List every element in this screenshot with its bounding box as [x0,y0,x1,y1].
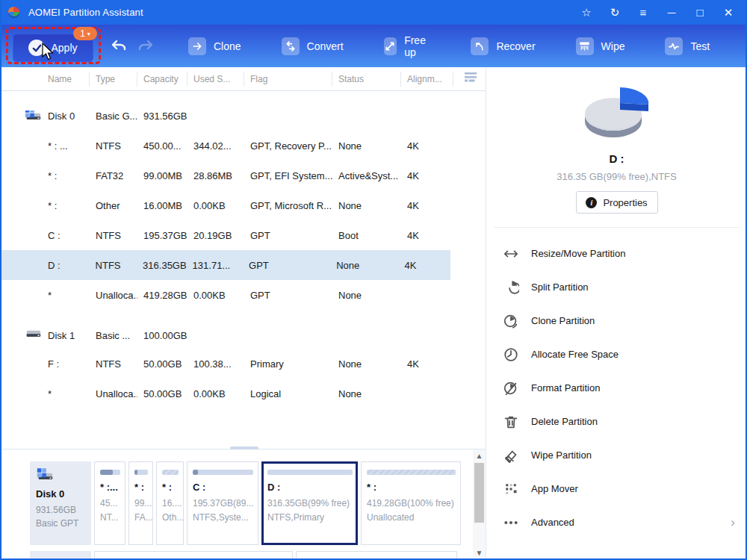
partition-row[interactable]: * Unalloca... 50.00GB 0.00KB Logical Non… [1,379,486,408]
partition-block-name: * : [367,482,456,493]
cell-used-space: 0.00KB [187,200,244,211]
clone-arrow-icon [188,37,206,55]
wipe-button[interactable]: Wipe [567,31,634,61]
partition-row[interactable]: * : Other 16.00MB 0.00KB GPT, Microsoft … [1,190,486,220]
disk-row[interactable]: Disk 1 Basic ... 100.00GB [1,310,486,349]
cell-alignment [401,341,453,349]
selected-partition-name: D : [486,152,747,165]
disk-map-partition-block[interactable]: * :... 45... NT... [94,461,125,545]
action-label: Wipe Partition [531,449,592,461]
cell-type: Unalloca... [90,290,137,301]
table-body: Disk 0 Basic G... 931.56GB * : ... NTFS … [1,91,486,408]
partition-row[interactable]: F : NTFS 50.00GB 100.38... Primary None … [1,349,486,379]
action-label: Delete Partition [531,416,598,427]
cell-status: None [332,290,401,301]
cell-status: None [330,260,398,271]
cell-name: Disk 0 [1,111,90,122]
recover-button[interactable]: Recover [462,31,544,61]
disk-map-partition-block[interactable]: F : 50.00GB(100% free) NTFS,Primary [94,551,293,559]
trash-icon [503,414,519,430]
titlebar: AOMEI Partition Assistant ☆↻≡─□✕ [0,0,747,25]
apply-pending-badge[interactable]: 1 ▾ [73,27,97,40]
minimize-button[interactable]: ─ [657,2,686,23]
action-label: Split Partition [531,281,589,293]
star-icon: ☆ [581,6,591,19]
split-partition-icon [503,279,519,296]
properties-button[interactable]: i Properties [576,191,658,214]
cell-alignment: 4K [401,140,453,152]
col-header-flag[interactable]: Flag [244,72,332,87]
cell-alignment: 4K [401,170,453,181]
disk-map-disk-name: Disk 0 [36,488,91,500]
menu-button[interactable]: ≡ [629,2,657,23]
scroll-up-icon[interactable]: ▲ [473,449,486,461]
convert-button[interactable]: Convert [273,31,353,61]
action-advanced[interactable]: Advanced › [486,505,747,539]
disk-map-disk-style: Basic GPT [36,517,91,530]
partition-pie-chart [571,84,663,146]
disk-map-disk-block[interactable]: Disk 0 931.56GB Basic GPT [30,461,91,545]
cell-status: None [332,388,401,399]
action-app-mover[interactable]: App Mover [486,472,747,505]
disk-map-partition-block[interactable]: C : 195.37GB(89... NTFS,Syste... [187,461,258,545]
close-button[interactable]: ✕ [714,2,743,23]
undo-button[interactable] [111,40,127,53]
partition-block-name: * :... [100,482,120,493]
redo-button[interactable] [137,40,154,53]
action-label: App Mover [531,483,578,494]
col-header-status[interactable]: Status [332,72,401,87]
disk-map-partition-block[interactable]: * : 50.00GB(100% free) Unallocated [296,551,457,559]
cell-capacity: 419.28GB [137,290,187,301]
test-button[interactable]: Test [656,31,719,61]
partition-usage-bar [134,470,148,475]
cell-status: Active&Syst... [332,170,401,181]
partition-block-fs: FA... [134,511,148,525]
clone-button[interactable]: Clone [179,31,250,61]
col-header-used[interactable]: Used S... [187,72,244,87]
partition-row[interactable]: * : ... NTFS 450.00... 344.02... GPT, Re… [1,131,486,161]
action-delete-partition[interactable]: Delete Partition [486,405,747,438]
disk-map-partition-block[interactable]: * : 99.... FA... [128,461,153,545]
action-format-partition[interactable]: Format Partition [486,371,747,405]
cell-status: None [332,358,401,370]
col-header-capacity[interactable]: Capacity [137,72,187,87]
clone-partition-icon [503,313,519,329]
partition-row[interactable]: * : FAT32 99.00MB 28.86MB GPT, EFI Syste… [1,161,486,190]
favorite-button[interactable]: ☆ [572,2,601,23]
action-wipe-partition[interactable]: Wipe Partition [486,438,747,472]
free-up-button[interactable]: Free up [375,28,440,64]
cell-type: Basic ... [90,330,137,349]
disk-map-partition-block[interactable]: * : 419.28GB(100% free) Unallocated [361,461,461,545]
scroll-down-icon[interactable]: ▼ [473,547,486,559]
col-header-type[interactable]: Type [90,72,137,87]
refresh-button[interactable]: ↻ [601,2,629,23]
disk-map-partition-block[interactable]: * : 16.... Oth... [156,461,184,545]
scrollbar-thumb[interactable] [474,463,484,523]
action-resize-move-partition[interactable]: Resize/Move Partition [486,237,747,270]
window-title: AOMEI Partition Assistant [28,7,143,18]
action-split-partition[interactable]: Split Partition [486,270,747,304]
cell-used-space: 344.02... [187,140,244,152]
partition-row[interactable]: * Unalloca... 419.28GB 0.00KB GPT None [1,280,486,310]
col-header-name[interactable]: Name [1,72,90,87]
col-header-alignment[interactable]: Alignm... [401,72,453,87]
partition-row[interactable]: D : NTFS 316.35GB 131.71... GPT None 4K [1,250,450,280]
partition-usage-bar [367,470,456,475]
disk-map-disk-block[interactable]: Disk 1 100.00GB Basic MBR [30,551,91,559]
partition-block-fs: NT... [100,511,120,525]
partition-block-size: 316.35GB(99% free) [267,497,353,511]
cell-capacity: 931.56GB [137,111,187,122]
action-label: Advanced [531,517,574,528]
action-clone-partition[interactable]: Clone Partition [486,304,747,337]
tools-button[interactable]: Tools [741,31,747,61]
maximize-icon: □ [696,6,703,19]
partition-row[interactable]: C : NTFS 195.37GB 20.19GB GPT Boot 4K [1,220,486,250]
action-allocate-free-space[interactable]: Allocate Free Space [486,337,747,371]
col-header-menu[interactable] [453,72,486,87]
cell-flag: GPT, Recovery P... [244,140,332,152]
disk-row[interactable]: Disk 0 Basic G... 931.56GB [1,101,486,131]
maximize-button[interactable]: □ [686,2,714,23]
properties-button-label: Properties [603,197,647,208]
disk-map-scrollbar[interactable]: ▲ ▼ [473,449,486,559]
disk-map-partition-block[interactable]: D : 316.35GB(99% free) NTFS,Primary [261,461,358,545]
